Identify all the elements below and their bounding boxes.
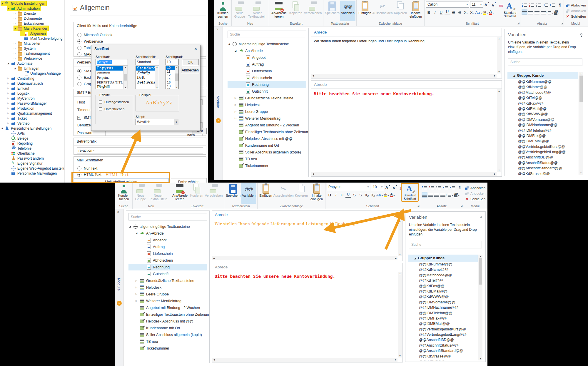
tree-expander-icon[interactable] xyxy=(129,225,133,228)
tree-expander-icon[interactable] xyxy=(1,127,5,130)
variablen-scrollbar[interactable]: ▲▼ xyxy=(579,72,583,175)
textbaustein-item[interactable]: Weiterer Menüeintrag xyxy=(228,115,306,122)
abrede-text[interactable]: Bitte beachten Sie unsere neue Kontoverb… xyxy=(215,274,395,279)
tree-search-input[interactable] xyxy=(228,31,306,38)
textbaustein-item[interactable]: Ticketnummer xyxy=(128,345,207,352)
nav-tree-item[interactable]: Mail Nachverfolgung xyxy=(0,36,64,41)
nav-tree-item[interactable]: Webservice xyxy=(0,56,64,61)
expander-chevron-icon[interactable]: » xyxy=(216,27,218,31)
variable-item[interactable]: @@KdNummer@@ xyxy=(507,79,583,84)
an-abrede-leeren-button[interactable]: An/Abrede leeren xyxy=(270,1,288,21)
abrede-editor[interactable]: Bitte beachten Sie unsere neue Kontoverb… xyxy=(212,272,402,362)
nav-tree-item[interactable]: Qualitätsmanagement xyxy=(0,111,64,116)
tree-expander-icon[interactable] xyxy=(14,27,18,30)
line-spacing-button[interactable]: ▼ xyxy=(446,192,454,198)
vertical-scrollbar[interactable]: ▲▼ xyxy=(497,89,501,172)
align-right-button[interactable] xyxy=(534,9,540,15)
textbaustein-item[interactable]: Grundsätzliche Textbausteine xyxy=(228,95,306,101)
anrede-header[interactable]: Anrede xyxy=(311,28,502,36)
textbaustein-item[interactable]: Helpdesk xyxy=(228,101,306,108)
pin-icon[interactable] xyxy=(479,216,482,220)
font-size-input[interactable]: 10 xyxy=(166,59,179,65)
tree-expander-icon[interactable] xyxy=(14,57,18,60)
neuer-textbaustein-button[interactable]: Neuer Textbaustein xyxy=(148,183,169,204)
schliessen-button[interactable]: ✕Schließen xyxy=(565,14,587,19)
size-list-item[interactable]: 16 xyxy=(166,81,175,84)
variable-item[interactable]: @@VertriebsgebietKurz@@ xyxy=(408,327,482,332)
textbaustein-item[interactable]: TB neu xyxy=(128,338,207,345)
tree-expander-icon[interactable] xyxy=(7,102,11,105)
textbaustein-item[interactable]: Kundenname mit Ort xyxy=(128,325,207,331)
tree-expander-icon[interactable] xyxy=(136,279,140,282)
textbaustein-item[interactable]: allgemeingültige Textbausteine xyxy=(228,41,306,47)
kopieren-button[interactable]: Kopieren xyxy=(288,1,303,21)
textbaustein-item[interactable]: Rechnung xyxy=(228,81,306,88)
italic-button[interactable]: I xyxy=(333,192,339,198)
variablen-group-header[interactable]: ◢Gruppe: Kunde xyxy=(507,72,578,79)
align-center-button[interactable] xyxy=(428,192,434,198)
font-size-select[interactable]: 10▼ xyxy=(371,184,384,190)
kunden-suchen-button[interactable]: Kunden suchen xyxy=(215,1,230,21)
nav-tree-item[interactable]: System xyxy=(0,46,64,51)
textbaustein-item[interactable]: Kundenname mit Ort xyxy=(228,142,306,149)
font-list-item[interactable]: Parchment xyxy=(96,71,123,75)
paragraph-dialog-launcher-icon[interactable]: ◢ xyxy=(561,21,563,26)
font-family-select[interactable]: Papyrus▼ xyxy=(327,184,370,190)
tree-expander-icon[interactable] xyxy=(228,43,232,45)
nav-tree-item[interactable]: Umfragen Anhänge xyxy=(0,71,64,76)
size-list-item[interactable]: 12 xyxy=(166,73,175,77)
variablen-scrollbar[interactable]: ▲▼ xyxy=(478,255,482,360)
font-list-item[interactable]: Papyrus xyxy=(96,66,123,71)
bullet-list-button[interactable] xyxy=(522,1,527,8)
einfuegen-button[interactable]: Einfügen xyxy=(258,183,273,204)
superscript-button[interactable]: X2 xyxy=(364,192,370,198)
shrink-font-button[interactable]: A▲ xyxy=(491,1,497,8)
farbe-waehlen-button[interactable]: Farbe wählen xyxy=(171,178,207,183)
shading-button[interactable]: ▨▼ xyxy=(554,9,560,15)
variable-item[interactable]: @@VertriebsgebietLang@@ xyxy=(408,332,482,337)
justify-button[interactable] xyxy=(440,192,446,198)
textbaustein-item[interactable]: An-Abrede xyxy=(128,230,207,237)
skript-select[interactable]: Westlich▼ xyxy=(136,119,179,125)
schliessen-button[interactable]: ✕Schließen xyxy=(464,196,486,202)
variable-item[interactable]: @@IDMFax@@ xyxy=(408,316,482,321)
tree-expander-icon[interactable] xyxy=(7,7,11,10)
decrease-indent-button[interactable] xyxy=(443,184,449,190)
style-list-item[interactable]: Schräg xyxy=(136,71,155,75)
variable-item[interactable]: @@AnschriftStandard@@ xyxy=(408,348,482,353)
tree-expander-icon[interactable] xyxy=(14,42,18,45)
subscript-button[interactable]: X2 xyxy=(469,9,475,15)
nav-tree-item[interactable]: Controlling xyxy=(0,76,64,81)
smtp-auth-checkbox[interactable] xyxy=(77,116,81,120)
style-list-item[interactable]: Standard xyxy=(136,66,155,71)
verschieben-button[interactable]: Verschieben xyxy=(204,183,223,204)
tree-expander-icon[interactable] xyxy=(14,17,18,20)
font-size-select[interactable]: 11▼ xyxy=(470,1,483,8)
horizontal-scrollbar[interactable]: ◀▶ xyxy=(212,358,397,362)
variable-item[interactable]: @@IDMEMail@@ xyxy=(507,138,583,144)
tree-expander-icon[interactable] xyxy=(235,103,239,106)
nav-tree-item[interactable]: PasswordManager xyxy=(0,101,64,106)
vertical-scrollbar[interactable]: ▲▼ xyxy=(497,37,501,73)
ausschneiden-button[interactable]: Ausschneiden xyxy=(273,183,294,204)
size-list-item[interactable]: 11 xyxy=(166,70,175,73)
standard-schriftart-button[interactable]: Standard Schriftart xyxy=(402,184,418,201)
abrede-editor[interactable]: Bitte beachten Sie unsere neue Kontoverb… xyxy=(311,89,502,176)
variable-item[interactable]: @@Matchcode@@ xyxy=(507,90,583,95)
ausschneiden-button[interactable]: Ausschneiden xyxy=(372,1,393,21)
align-center-button[interactable] xyxy=(528,9,534,15)
ok-button[interactable]: OK xyxy=(182,59,198,65)
kopieren-button[interactable]: Kopieren xyxy=(189,183,204,204)
textbaustein-item[interactable]: Angebot xyxy=(128,237,207,243)
module-sidebar[interactable]: » Module » xyxy=(214,26,223,180)
textbaustein-item[interactable]: Abholschein xyxy=(128,257,207,264)
variablen-search-input[interactable] xyxy=(508,59,582,66)
nav-tree-item[interactable]: APIs xyxy=(0,131,64,136)
nav-tree-item[interactable]: Logistik xyxy=(0,91,64,96)
nav-tree-item[interactable]: Taskmanagment xyxy=(0,51,64,56)
kunden-suchen-button[interactable]: Kunden suchen xyxy=(116,183,131,204)
dialog-titlebar[interactable]: Schriftart ✕ xyxy=(91,45,200,53)
nav-tree-item[interactable]: Eskalationen xyxy=(0,21,64,26)
variable-item[interactable]: @@KdTel@@ xyxy=(507,95,583,101)
anrede-text[interactable]: Wir stellen Ihnen folgende Lieferungen u… xyxy=(314,39,495,43)
